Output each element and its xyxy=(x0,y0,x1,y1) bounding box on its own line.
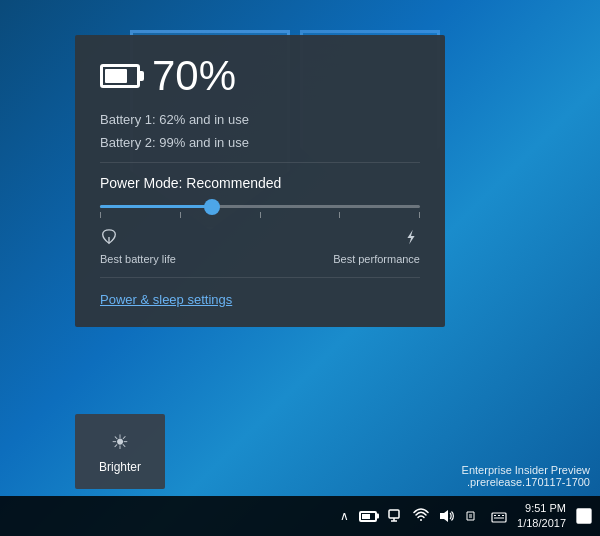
brighter-panel[interactable]: ☀ Brighter xyxy=(75,414,165,489)
taskbar-brightness-icon[interactable] xyxy=(387,508,403,524)
battery-life-icon xyxy=(100,228,118,251)
svg-marker-1 xyxy=(407,230,414,244)
taskbar-volume-icon[interactable] xyxy=(439,508,455,524)
brightness-icon: ☀ xyxy=(111,430,129,454)
notification-icon[interactable] xyxy=(576,508,592,524)
battery-icon xyxy=(100,64,140,88)
watermark-line2: .prerelease.170117-1700 xyxy=(462,476,590,488)
power-sleep-link[interactable]: Power & sleep settings xyxy=(100,292,420,307)
slider-track xyxy=(100,205,420,208)
taskbar-ime-icon[interactable] xyxy=(491,508,507,524)
performance-icon xyxy=(402,228,420,251)
os-watermark: Enterprise Insider Preview .prerelease.1… xyxy=(462,464,590,488)
system-tray: ∧ xyxy=(340,501,592,532)
battery2-info: Battery 2: 99% and in use xyxy=(100,135,420,150)
slider-label-right: Best performance xyxy=(333,228,420,265)
best-performance-label: Best performance xyxy=(333,253,420,265)
power-mode-label: Power Mode: Recommended xyxy=(100,175,420,191)
taskbar-battery-icon[interactable] xyxy=(359,511,377,522)
clock-time: 9:51 PM xyxy=(525,501,566,516)
battery1-info: Battery 1: 62% and in use xyxy=(100,112,420,127)
battery-panel: 70% Battery 1: 62% and in use Battery 2:… xyxy=(75,35,445,327)
svg-rect-13 xyxy=(577,509,591,523)
taskbar: ∧ xyxy=(0,496,600,536)
slider-label-left: Best battery life xyxy=(100,228,176,265)
best-battery-label: Best battery life xyxy=(100,253,176,265)
slider-fill xyxy=(100,205,212,208)
slider-labels: Best battery life Best performance xyxy=(100,228,420,265)
system-tray-chevron[interactable]: ∧ xyxy=(340,509,349,523)
divider2 xyxy=(100,277,420,278)
taskbar-keyboard-icon[interactable] xyxy=(465,508,481,524)
svg-rect-2 xyxy=(389,510,399,518)
system-clock[interactable]: 9:51 PM 1/18/2017 xyxy=(517,501,566,532)
watermark-line1: Enterprise Insider Preview xyxy=(462,464,590,476)
desktop: 70% Battery 1: 62% and in use Battery 2:… xyxy=(0,0,600,536)
divider xyxy=(100,162,420,163)
slider-thumb[interactable] xyxy=(204,199,220,215)
brighter-label: Brighter xyxy=(99,460,141,474)
slider-ticks xyxy=(100,212,420,218)
taskbar-wifi-icon[interactable] xyxy=(413,508,429,524)
battery-header: 70% xyxy=(100,55,420,97)
battery-percentage: 70% xyxy=(152,55,236,97)
clock-date: 1/18/2017 xyxy=(517,516,566,531)
svg-marker-5 xyxy=(440,510,448,522)
battery-fill xyxy=(105,69,127,83)
power-mode-slider[interactable] xyxy=(100,205,420,218)
